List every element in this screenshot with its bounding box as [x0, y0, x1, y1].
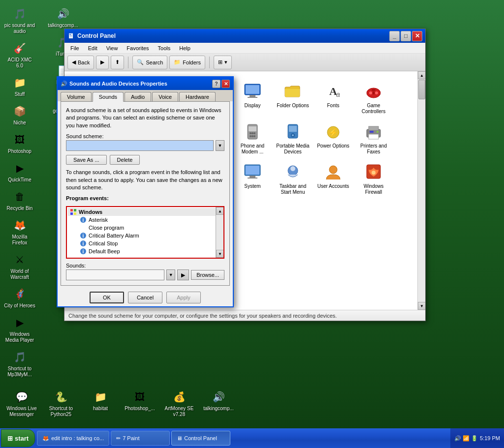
svg-text:i: i: [83, 233, 84, 239]
svg-rect-87: [74, 212, 76, 215]
delete-button[interactable]: Delete: [110, 155, 140, 165]
events-scrollbar[interactable]: ▲ ▼: [216, 207, 223, 258]
dialog-content: A sound scheme is a set of sounds applie…: [61, 101, 230, 286]
sounds-dropdown[interactable]: ▼: [166, 269, 175, 280]
save-as-button[interactable]: Save As ...: [66, 155, 107, 165]
cp-icon-fonts[interactable]: A a Fonts: [314, 78, 353, 118]
svg-rect-22: [372, 89, 376, 91]
scrollbar-thumb[interactable]: [418, 80, 425, 99]
scrollbar-up[interactable]: ▲: [418, 71, 425, 79]
taskbar-item-edit-intro[interactable]: 🦊 edit intro : talking co...: [37, 431, 109, 446]
cp-icon-folder-opts[interactable]: Folder Options: [273, 78, 313, 118]
cp-icon-phone-modem[interactable]: Phone and Modem ...: [233, 119, 272, 158]
menu-help[interactable]: Help: [175, 44, 194, 52]
tab-sounds[interactable]: Sounds: [93, 92, 124, 102]
sounds-input[interactable]: [66, 269, 164, 280]
svg-rect-41: [249, 126, 256, 131]
help-button[interactable]: ?: [212, 80, 220, 88]
desktop-icon-stuff[interactable]: 📁 Stuff: [2, 73, 37, 99]
desktop-icon-photoshop[interactable]: 🖼 Photoshop: [2, 130, 37, 156]
ok-button[interactable]: OK: [90, 292, 124, 303]
desktop-icon-acid[interactable]: 🎸 ACID XMC 6.0: [2, 38, 37, 71]
taskbar-item-control-panel[interactable]: 🖥 Control Panel: [171, 431, 230, 446]
tab-voice[interactable]: Voice: [152, 92, 178, 101]
sounds-section: Sounds: ▼ ▶ Browse...: [66, 263, 224, 280]
menu-edit[interactable]: Edit: [84, 44, 101, 52]
desktop-icon-label: Photoshop_...: [125, 406, 155, 412]
desktop-icon-cityofheroes[interactable]: 🦸 City of Heroes: [2, 284, 37, 311]
taskbar-item-paint[interactable]: ✏ 7 Paint: [111, 431, 170, 446]
menu-file[interactable]: File: [66, 44, 83, 52]
event-critical-stop[interactable]: i Critical Stop: [68, 239, 222, 247]
events-list[interactable]: Windows i Asterisk Close progr: [66, 206, 224, 259]
cp-icon-label: Portable Media Devices: [275, 143, 311, 155]
event-default-beep[interactable]: i Default Beep: [68, 247, 222, 255]
views-button[interactable]: ⊞ ▾: [214, 56, 232, 69]
desktop-icon-wmp[interactable]: ▶ Windows Media Player: [2, 313, 37, 345]
maximize-button[interactable]: □: [401, 31, 411, 41]
event-name: Default Beep: [89, 248, 120, 254]
system-tray-icons: 🔊 📶 🔋: [454, 435, 478, 442]
tab-volume[interactable]: Volume: [61, 92, 92, 101]
desktop-icon-talkingcomp2[interactable]: 🔊 talkingcomp...: [201, 387, 236, 419]
scheme-buttons: Save As ... Delete: [66, 155, 224, 165]
desktop-icon-niche[interactable]: 📦 Niche: [2, 101, 37, 128]
events-scroll-up[interactable]: ▲: [216, 207, 224, 215]
scrollbar-track[interactable]: [418, 79, 425, 302]
desktop-icon-firefox[interactable]: 🦊 Mozilla Firefox: [2, 215, 37, 248]
back-icon: ◀: [72, 59, 76, 65]
desktop-icon-python[interactable]: 🐍 Shortcut to Python25: [43, 387, 79, 419]
tab-audio[interactable]: Audio: [125, 92, 151, 101]
menu-view[interactable]: View: [102, 44, 122, 52]
desktop-icon-label: Windows Live Messenger: [6, 406, 37, 418]
desktop-icon-photoshop2[interactable]: 🖼 Photoshop_...: [122, 387, 158, 419]
desktop-icon-recycle[interactable]: 🗑 Recycle Bin: [2, 187, 37, 213]
forward-button[interactable]: ▶: [96, 56, 109, 69]
desktop-icon-artmoney[interactable]: 💰 ArtMoney SE v7.28: [161, 387, 197, 419]
cancel-button[interactable]: Cancel: [128, 292, 162, 303]
event-close-program[interactable]: Close program: [68, 224, 222, 232]
menu-tools[interactable]: Tools: [154, 44, 175, 52]
cp-icon-user-accounts[interactable]: User Accounts: [314, 159, 353, 198]
cp-icon-system[interactable]: System: [233, 159, 272, 198]
sound-scheme-select[interactable]: [66, 140, 214, 151]
desktop-icon-talkingcomp[interactable]: 🔊 talkingcomp...: [45, 4, 81, 30]
event-category-windows[interactable]: Windows: [68, 208, 222, 216]
desktop-icon-pic-sound[interactable]: 🎵 pic sound and audio: [2, 4, 37, 36]
svg-point-47: [252, 135, 253, 137]
cp-icon-taskbar[interactable]: Taskbar and Start Menu: [273, 159, 313, 198]
firefox-icon: 🦊: [12, 217, 28, 233]
folders-button[interactable]: 📁 Folders: [169, 56, 205, 69]
menu-favorites[interactable]: Favorites: [123, 44, 153, 52]
close-button[interactable]: ✕: [412, 31, 422, 41]
event-critical-battery[interactable]: i Critical Battery Alarm: [68, 232, 222, 239]
apply-button[interactable]: Apply: [166, 292, 201, 303]
cp-icon-portable[interactable]: Portable Media Devices: [273, 119, 313, 158]
cp-icon-display[interactable]: Display: [233, 78, 272, 118]
cp-icon-power[interactable]: ⚡ Power Options: [314, 119, 353, 158]
desktop-icon-mp3[interactable]: 🎵 Shortcut to Mp3MyM...: [2, 347, 37, 380]
sounds-browse-button[interactable]: Browse...: [191, 270, 224, 280]
cp-icon-game-ctrl[interactable]: Game Controllers: [354, 78, 393, 118]
desktop-icon-quicktime[interactable]: ▶ QuickTime: [2, 158, 37, 185]
cp-icon-firewall[interactable]: Windows Firewall: [354, 159, 393, 198]
desktop-icon-wow[interactable]: ⚔ World of Warcraft: [2, 250, 37, 282]
minimize-button[interactable]: _: [389, 31, 400, 41]
tab-hardware[interactable]: Hardware: [179, 92, 216, 101]
scrollbar-down[interactable]: ▼: [418, 302, 425, 310]
desktop-icon-winlive[interactable]: 💬 Windows Live Messenger: [4, 387, 39, 419]
search-button[interactable]: 🔍 Search: [132, 56, 167, 69]
sounds-play-button[interactable]: ▶: [177, 269, 189, 280]
winlive-icon: 💬: [14, 389, 30, 405]
back-button[interactable]: ◀ Back: [67, 56, 94, 69]
dialog-close-button[interactable]: ✕: [221, 80, 230, 88]
start-button[interactable]: ⊞ start: [1, 429, 35, 447]
desktop-icon-habitat[interactable]: 📁 habitat: [83, 387, 118, 419]
cp-icon-label: Phone and Modem ...: [235, 143, 270, 155]
cp-icon-printers[interactable]: Printers and Faxes: [354, 119, 393, 158]
event-asterisk[interactable]: i Asterisk: [68, 216, 222, 224]
up-button[interactable]: ⬆: [111, 56, 124, 69]
events-scroll-down[interactable]: ▼: [216, 250, 224, 258]
views-dropdown-icon: ▾: [224, 59, 227, 65]
sound-scheme-dropdown[interactable]: ▼: [216, 140, 224, 151]
